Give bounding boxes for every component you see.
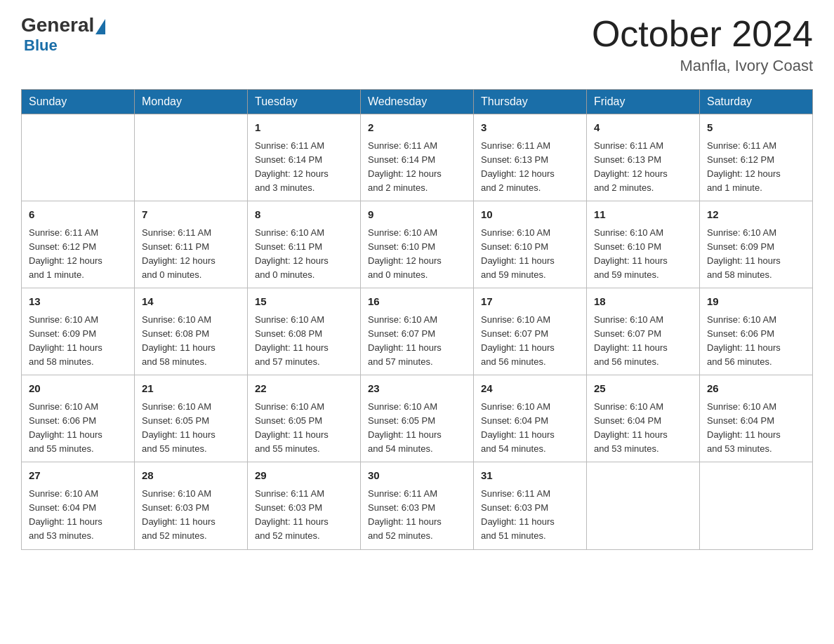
calendar-cell: 24Sunrise: 6:10 AM Sunset: 6:04 PM Dayli… xyxy=(474,375,587,462)
day-info: Sunrise: 6:10 AM Sunset: 6:10 PM Dayligh… xyxy=(368,226,466,283)
calendar-cell: 23Sunrise: 6:10 AM Sunset: 6:05 PM Dayli… xyxy=(361,375,474,462)
logo: General Blue xyxy=(21,14,105,55)
calendar-header-row: SundayMondayTuesdayWednesdayThursdayFrid… xyxy=(22,90,813,114)
day-info: Sunrise: 6:11 AM Sunset: 6:12 PM Dayligh… xyxy=(707,139,805,196)
calendar-cell: 28Sunrise: 6:10 AM Sunset: 6:03 PM Dayli… xyxy=(135,462,248,549)
day-number: 12 xyxy=(707,207,805,223)
calendar-week-row: 13Sunrise: 6:10 AM Sunset: 6:09 PM Dayli… xyxy=(22,288,813,375)
day-number: 28 xyxy=(142,468,240,484)
day-number: 9 xyxy=(368,207,466,223)
calendar-cell: 11Sunrise: 6:10 AM Sunset: 6:10 PM Dayli… xyxy=(587,201,700,288)
calendar-week-row: 1Sunrise: 6:11 AM Sunset: 6:14 PM Daylig… xyxy=(22,114,813,201)
calendar-day-header: Wednesday xyxy=(361,90,474,114)
day-info: Sunrise: 6:10 AM Sunset: 6:04 PM Dayligh… xyxy=(481,400,579,457)
day-number: 16 xyxy=(368,294,466,310)
day-info: Sunrise: 6:10 AM Sunset: 6:04 PM Dayligh… xyxy=(707,400,805,457)
calendar-cell: 4Sunrise: 6:11 AM Sunset: 6:13 PM Daylig… xyxy=(587,114,700,201)
day-info: Sunrise: 6:10 AM Sunset: 6:08 PM Dayligh… xyxy=(255,313,353,370)
day-info: Sunrise: 6:10 AM Sunset: 6:04 PM Dayligh… xyxy=(29,487,127,544)
calendar-cell: 22Sunrise: 6:10 AM Sunset: 6:05 PM Dayli… xyxy=(248,375,361,462)
day-info: Sunrise: 6:10 AM Sunset: 6:09 PM Dayligh… xyxy=(707,226,805,283)
day-number: 23 xyxy=(368,381,466,397)
calendar-day-header: Monday xyxy=(135,90,248,114)
calendar-cell: 13Sunrise: 6:10 AM Sunset: 6:09 PM Dayli… xyxy=(22,288,135,375)
day-info: Sunrise: 6:10 AM Sunset: 6:06 PM Dayligh… xyxy=(707,313,805,370)
day-number: 21 xyxy=(142,381,240,397)
day-number: 8 xyxy=(255,207,353,223)
page-header: General Blue October 2024 Manfla, Ivory … xyxy=(21,14,813,75)
day-number: 31 xyxy=(481,468,579,484)
day-number: 15 xyxy=(255,294,353,310)
day-number: 11 xyxy=(594,207,692,223)
day-info: Sunrise: 6:10 AM Sunset: 6:05 PM Dayligh… xyxy=(255,400,353,457)
calendar-cell: 29Sunrise: 6:11 AM Sunset: 6:03 PM Dayli… xyxy=(248,462,361,549)
calendar-cell: 16Sunrise: 6:10 AM Sunset: 6:07 PM Dayli… xyxy=(361,288,474,375)
day-info: Sunrise: 6:10 AM Sunset: 6:04 PM Dayligh… xyxy=(594,400,692,457)
day-info: Sunrise: 6:10 AM Sunset: 6:11 PM Dayligh… xyxy=(255,226,353,283)
day-number: 7 xyxy=(142,207,240,223)
calendar-day-header: Friday xyxy=(587,90,700,114)
calendar-week-row: 6Sunrise: 6:11 AM Sunset: 6:12 PM Daylig… xyxy=(22,201,813,288)
day-info: Sunrise: 6:10 AM Sunset: 6:07 PM Dayligh… xyxy=(481,313,579,370)
calendar-cell: 9Sunrise: 6:10 AM Sunset: 6:10 PM Daylig… xyxy=(361,201,474,288)
calendar-day-header: Thursday xyxy=(474,90,587,114)
calendar-cell: 21Sunrise: 6:10 AM Sunset: 6:05 PM Dayli… xyxy=(135,375,248,462)
logo-general-text: General xyxy=(21,14,94,36)
day-number: 13 xyxy=(29,294,127,310)
calendar-cell: 12Sunrise: 6:10 AM Sunset: 6:09 PM Dayli… xyxy=(700,201,813,288)
day-info: Sunrise: 6:11 AM Sunset: 6:11 PM Dayligh… xyxy=(142,226,240,283)
logo-blue-text: Blue xyxy=(24,36,58,55)
calendar-cell: 1Sunrise: 6:11 AM Sunset: 6:14 PM Daylig… xyxy=(248,114,361,201)
calendar-cell: 27Sunrise: 6:10 AM Sunset: 6:04 PM Dayli… xyxy=(22,462,135,549)
calendar-cell: 20Sunrise: 6:10 AM Sunset: 6:06 PM Dayli… xyxy=(22,375,135,462)
day-info: Sunrise: 6:10 AM Sunset: 6:05 PM Dayligh… xyxy=(368,400,466,457)
calendar-cell: 19Sunrise: 6:10 AM Sunset: 6:06 PM Dayli… xyxy=(700,288,813,375)
day-number: 24 xyxy=(481,381,579,397)
day-number: 25 xyxy=(594,381,692,397)
day-info: Sunrise: 6:11 AM Sunset: 6:12 PM Dayligh… xyxy=(29,226,127,283)
day-number: 1 xyxy=(255,120,353,136)
day-number: 20 xyxy=(29,381,127,397)
day-info: Sunrise: 6:10 AM Sunset: 6:10 PM Dayligh… xyxy=(481,226,579,283)
calendar-cell xyxy=(587,462,700,549)
logo-triangle-icon xyxy=(95,19,105,34)
calendar-day-header: Tuesday xyxy=(248,90,361,114)
day-number: 22 xyxy=(255,381,353,397)
calendar-cell: 30Sunrise: 6:11 AM Sunset: 6:03 PM Dayli… xyxy=(361,462,474,549)
day-info: Sunrise: 6:11 AM Sunset: 6:03 PM Dayligh… xyxy=(481,487,579,544)
calendar-cell: 2Sunrise: 6:11 AM Sunset: 6:14 PM Daylig… xyxy=(361,114,474,201)
day-info: Sunrise: 6:10 AM Sunset: 6:07 PM Dayligh… xyxy=(594,313,692,370)
calendar-day-header: Saturday xyxy=(700,90,813,114)
day-info: Sunrise: 6:11 AM Sunset: 6:14 PM Dayligh… xyxy=(255,139,353,196)
day-number: 3 xyxy=(481,120,579,136)
calendar-cell: 6Sunrise: 6:11 AM Sunset: 6:12 PM Daylig… xyxy=(22,201,135,288)
day-info: Sunrise: 6:11 AM Sunset: 6:03 PM Dayligh… xyxy=(368,487,466,544)
calendar-cell: 3Sunrise: 6:11 AM Sunset: 6:13 PM Daylig… xyxy=(474,114,587,201)
calendar-day-header: Sunday xyxy=(22,90,135,114)
calendar-cell: 10Sunrise: 6:10 AM Sunset: 6:10 PM Dayli… xyxy=(474,201,587,288)
calendar-cell: 15Sunrise: 6:10 AM Sunset: 6:08 PM Dayli… xyxy=(248,288,361,375)
calendar-table: SundayMondayTuesdayWednesdayThursdayFrid… xyxy=(21,89,813,549)
day-info: Sunrise: 6:10 AM Sunset: 6:10 PM Dayligh… xyxy=(594,226,692,283)
calendar-cell xyxy=(700,462,813,549)
day-number: 17 xyxy=(481,294,579,310)
day-number: 6 xyxy=(29,207,127,223)
day-number: 5 xyxy=(707,120,805,136)
calendar-cell: 14Sunrise: 6:10 AM Sunset: 6:08 PM Dayli… xyxy=(135,288,248,375)
calendar-week-row: 20Sunrise: 6:10 AM Sunset: 6:06 PM Dayli… xyxy=(22,375,813,462)
title-section: October 2024 Manfla, Ivory Coast xyxy=(592,14,813,75)
day-number: 27 xyxy=(29,468,127,484)
calendar-cell xyxy=(22,114,135,201)
day-info: Sunrise: 6:11 AM Sunset: 6:13 PM Dayligh… xyxy=(594,139,692,196)
calendar-cell xyxy=(135,114,248,201)
day-info: Sunrise: 6:11 AM Sunset: 6:03 PM Dayligh… xyxy=(255,487,353,544)
day-number: 14 xyxy=(142,294,240,310)
day-info: Sunrise: 6:10 AM Sunset: 6:09 PM Dayligh… xyxy=(29,313,127,370)
calendar-cell: 25Sunrise: 6:10 AM Sunset: 6:04 PM Dayli… xyxy=(587,375,700,462)
day-number: 19 xyxy=(707,294,805,310)
day-number: 10 xyxy=(481,207,579,223)
day-number: 26 xyxy=(707,381,805,397)
day-info: Sunrise: 6:10 AM Sunset: 6:05 PM Dayligh… xyxy=(142,400,240,457)
day-info: Sunrise: 6:11 AM Sunset: 6:14 PM Dayligh… xyxy=(368,139,466,196)
calendar-cell: 17Sunrise: 6:10 AM Sunset: 6:07 PM Dayli… xyxy=(474,288,587,375)
